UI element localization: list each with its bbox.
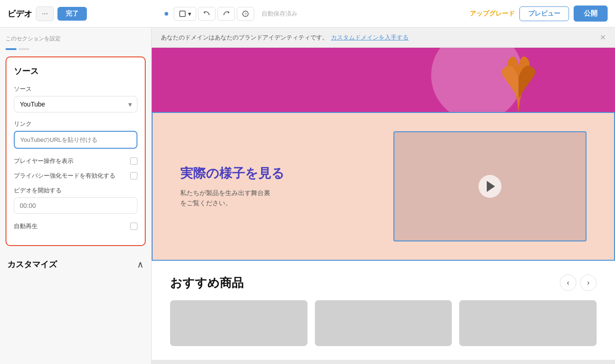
products-title: おすすめ商品	[170, 275, 244, 291]
top-bar-center: ▾ ? 自動保存済み	[165, 7, 464, 21]
source-field-label: ソース	[14, 85, 137, 93]
source-select-wrapper: YouTube Vimeo ▾	[14, 96, 137, 112]
main-area: このセクションを設定 ソース ソース YouTube Vimeo ▾ リンク プ…	[0, 28, 615, 364]
video-start-label: ビデオを開始する	[14, 186, 137, 195]
domain-banner: あなたのドメインはあなたのブランドアイデンティティです。 カスタムドメインを入手…	[152, 28, 615, 48]
chevron-down-icon: ▾	[188, 10, 191, 17]
customize-header[interactable]: カスタマイズ ∧	[7, 259, 144, 270]
dot-inactive	[18, 48, 29, 50]
svg-rect-0	[180, 11, 185, 17]
player-controls-checkbox[interactable]	[130, 157, 137, 165]
hero-section	[152, 48, 615, 112]
dot-active	[6, 48, 17, 50]
undo-button[interactable]	[198, 7, 216, 21]
svg-text:?: ?	[245, 12, 247, 17]
autoplay-checkbox[interactable]	[130, 223, 137, 230]
player-controls-label: プレイヤー操作を表示	[14, 157, 74, 165]
top-bar-left: ビデオ ··· 完了	[7, 6, 159, 21]
player-controls-row: プレイヤー操作を表示	[14, 157, 137, 165]
banner-close-icon[interactable]: ✕	[600, 33, 606, 42]
play-button[interactable]	[478, 175, 501, 198]
customize-title: カスタマイズ	[7, 259, 57, 270]
privacy-mode-row: プライバシー強化モードを有効化する	[14, 172, 137, 180]
page-title: ビデオ	[7, 8, 32, 19]
link-field-label: リンク	[14, 120, 137, 128]
domain-banner-text: あなたのドメインはあなたのブランドアイデンティティです。	[161, 34, 328, 42]
section-config-dots	[6, 48, 146, 50]
source-select[interactable]: YouTube Vimeo	[14, 96, 137, 112]
blue-dot	[165, 12, 168, 16]
privacy-mode-checkbox[interactable]	[130, 172, 137, 179]
section-config-label: このセクションを設定	[6, 35, 146, 43]
products-section: おすすめ商品 ‹ ›	[152, 261, 615, 360]
publish-button[interactable]: 公開	[574, 6, 608, 22]
customize-section: カスタマイズ ∧	[6, 253, 146, 275]
autoplay-label: 自動再生	[14, 222, 38, 230]
video-subtext-line1: 私たちが製品を生み出す舞台裏 をご覧ください。	[180, 188, 375, 208]
toolbar-group: ▾ ?	[174, 7, 254, 21]
video-start-input[interactable]	[14, 197, 137, 214]
products-header: おすすめ商品 ‹ ›	[170, 274, 597, 291]
autosave-label: 自動保存済み	[262, 10, 297, 18]
preview-button[interactable]: プレビュー	[519, 6, 569, 21]
video-text: 実際の様子を見る 私たちが製品を生み出す舞台裏 をご覧ください。	[180, 165, 375, 208]
top-bar: ビデオ ··· 完了 ▾ ? 自動保存済み アップグレード プレビュー 公開	[0, 0, 615, 28]
autoplay-row: 自動再生	[14, 222, 137, 230]
video-heading: 実際の様子を見る	[180, 165, 375, 182]
help-button[interactable]: ?	[237, 7, 254, 21]
redo-button[interactable]	[217, 7, 235, 21]
hero-plant-decoration	[495, 52, 541, 112]
domain-link[interactable]: カスタムドメインを入手する	[331, 34, 409, 42]
element-selector-button[interactable]: ▾	[174, 7, 196, 21]
done-button[interactable]: 完了	[57, 7, 87, 21]
source-card: ソース ソース YouTube Vimeo ▾ リンク プレイヤー操作を表示 プ…	[6, 56, 146, 246]
top-bar-right: アップグレード プレビュー 公開	[470, 6, 608, 22]
product-card-3	[459, 300, 597, 346]
products-nav: ‹ ›	[560, 274, 597, 291]
link-input[interactable]	[14, 131, 137, 149]
product-card-2	[315, 300, 452, 346]
privacy-mode-label: プライバシー強化モードを有効化する	[14, 172, 115, 180]
more-button[interactable]: ···	[36, 6, 54, 21]
upgrade-button[interactable]: アップグレード	[470, 10, 515, 18]
video-content-section: 実際の様子を見る 私たちが製品を生み出す舞台裏 をご覧ください。	[152, 112, 615, 261]
play-triangle-icon	[487, 181, 495, 192]
products-prev-button[interactable]: ‹	[560, 274, 576, 291]
source-title: ソース	[14, 66, 137, 77]
video-player-box[interactable]	[393, 131, 587, 241]
product-card-1	[170, 300, 308, 346]
left-panel: このセクションを設定 ソース ソース YouTube Vimeo ▾ リンク プ…	[0, 28, 152, 364]
customize-collapse-icon: ∧	[137, 259, 144, 270]
right-preview: あなたのドメインはあなたのブランドアイデンティティです。 カスタムドメインを入手…	[152, 28, 615, 364]
products-next-button[interactable]: ›	[580, 274, 597, 291]
product-grid	[170, 300, 597, 346]
